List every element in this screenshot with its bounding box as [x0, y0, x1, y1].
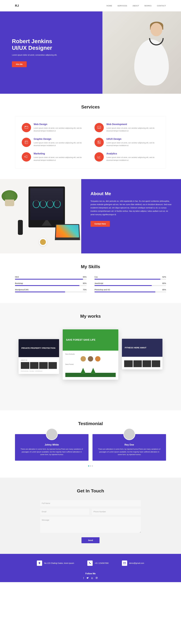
skill-name: Html [15, 276, 19, 278]
follow-title: Follow Me [15, 572, 166, 575]
svg-rect-7 [98, 141, 99, 142]
email-icon [122, 560, 127, 566]
skill-item: Photoshop and XD85% [94, 288, 166, 292]
service-item: Graphic Design Lorem ipsum dolor sit ame… [22, 138, 87, 147]
about-section: About Me Torquatos nec eu, detr periculi… [0, 179, 181, 254]
hero-title: Robert JenkinsUI/UX Designer [12, 38, 57, 52]
testimonial-section: Testimonial Johny White There are altera… [0, 410, 181, 478]
main-nav: HOME SERVICES ABOUT WORKS CONTACT [107, 4, 166, 7]
service-item: Web Development Lorem ipsum dolor sit am… [94, 123, 159, 132]
work-card-1[interactable]: PRIVATE PROPERTY PROTECTION ABOUT USPROF… [18, 339, 59, 374]
service-icon [22, 138, 31, 147]
skills-section: My Skills Html95% Css92% Bootstrap90% Ja… [0, 254, 181, 303]
about-title: About Me [90, 191, 172, 196]
service-name: Analytics [106, 152, 159, 155]
nav-home[interactable]: HOME [107, 5, 112, 7]
testimonial-card-2: Rey Doe There are alteration in some for… [92, 434, 166, 461]
service-icon [22, 123, 31, 132]
service-desc: Lorem ipsum dolor sit amet, con sectetur… [34, 156, 87, 162]
skill-name: Bootstrap [15, 282, 23, 284]
skills-title: My Skills [15, 264, 166, 269]
work-card-2[interactable]: SAVE FOREST SAVE LIFE Save Animals Save … [63, 329, 118, 380]
hero-image [102, 12, 181, 94]
message-input[interactable] [40, 517, 141, 533]
skill-name: Wordpress/CMS [15, 288, 28, 291]
svg-point-11 [96, 578, 97, 578]
skill-item: Html95% [15, 276, 87, 280]
service-icon [94, 152, 104, 162]
service-name: Web Development [106, 123, 159, 126]
service-desc: Lorem ipsum dolor sit amet, con sectetur… [106, 142, 159, 147]
hero-section: Robert JenkinsUI/UX Designer Lorem ipsum… [0, 12, 181, 94]
skill-item: JavaScript80% [94, 282, 166, 286]
skill-item: Wordpress/CMS70% [15, 288, 87, 292]
instagram-icon[interactable] [96, 577, 98, 580]
svg-point-2 [25, 126, 25, 127]
svg-rect-4 [97, 126, 101, 128]
avatar [46, 428, 58, 440]
service-desc: Lorem ipsum dolor sit amet, con sectetur… [34, 142, 87, 147]
skill-name: Css [94, 276, 98, 278]
skill-pct: 70% [83, 288, 87, 291]
services-title: Services [15, 104, 166, 110]
service-desc: Lorem ipsum dolor sit amet, con sectetur… [106, 156, 159, 162]
service-icon [94, 138, 104, 147]
nav-services[interactable]: SERVICES [118, 5, 127, 7]
skill-pct: 95% [83, 276, 87, 278]
twitter-icon[interactable] [87, 577, 89, 580]
works-section: My works PRIVATE PROPERTY PROTECTION ABO… [0, 303, 181, 410]
nav-about[interactable]: ABOUT [133, 5, 139, 7]
contact-section: Get In Touch Send [0, 478, 181, 554]
footer: No.123 Chalingt Gates, lorem ipusm +01 1… [0, 554, 181, 582]
name-input[interactable] [40, 500, 141, 506]
service-item: Marketing Lorem ipsum dolor sit amet, co… [22, 152, 87, 162]
works-title: My works [15, 314, 166, 319]
send-button[interactable]: Send [81, 537, 100, 543]
service-icon [22, 152, 31, 162]
svg-point-3 [25, 126, 26, 127]
skill-pct: 85% [162, 288, 166, 291]
skill-name: Photoshop and XD [94, 288, 110, 291]
service-name: UI/UX Design [106, 138, 159, 140]
footer-phone: +01 1234567890 [87, 560, 109, 566]
header: RJ HOME SERVICES ABOUT WORKS CONTACT [0, 0, 181, 12]
svg-rect-5 [25, 141, 28, 144]
service-desc: Lorem ipsum dolor sit amet, con sectetur… [34, 127, 87, 132]
facebook-icon[interactable]: f [83, 577, 84, 580]
linkedin-icon[interactable]: in [91, 577, 93, 580]
carousel-dots[interactable] [15, 465, 166, 467]
phone-input[interactable] [92, 508, 141, 515]
contact-now-button[interactable]: Contact Now [90, 221, 110, 227]
phone-icon [87, 560, 93, 566]
contact-form: Send [40, 500, 141, 543]
work-card-3[interactable]: FITNESS HERE AWAIT [122, 339, 163, 369]
logo[interactable]: RJ [15, 4, 19, 8]
hire-me-button[interactable]: Hire Me [12, 61, 27, 67]
nav-works[interactable]: WORKS [145, 5, 152, 7]
skill-pct: 92% [162, 276, 166, 278]
service-item: Web Design Lorem ipsum dolor sit amet, c… [22, 123, 87, 132]
service-desc: Lorem ipsum dolor sit amet, con sectetur… [106, 127, 159, 132]
services-section: Services Web Design Lorem ipsum dolor si… [0, 94, 181, 179]
service-name: Graphic Design [34, 138, 87, 140]
testimonial-text: There are alteration in some form, by in… [97, 448, 161, 456]
service-name: Web Design [34, 123, 87, 126]
testimonial-card-1: Johny White There are alteration in some… [15, 434, 89, 461]
footer-email: demo@gmail.com [122, 560, 144, 566]
testimonial-name: Rey Doe [97, 444, 161, 446]
nav-contact[interactable]: CONTACT [157, 5, 166, 7]
testimonial-text: There are alteration in some form, by in… [20, 448, 84, 456]
footer-address: No.123 Chalingt Gates, lorem ipusm [37, 560, 74, 566]
testimonial-title: Testimonial [15, 421, 166, 426]
skill-item: Css92% [94, 276, 166, 280]
email-input[interactable] [40, 508, 89, 515]
skill-pct: 80% [162, 282, 166, 284]
about-image [0, 179, 81, 254]
service-item: UI/UX Design Lorem ipsum dolor sit amet,… [94, 138, 159, 147]
location-icon [37, 560, 42, 566]
service-item: Analytics Lorem ipsum dolor sit amet, co… [94, 152, 159, 162]
hero-subtitle: Lorem ipsum dolor sit amet, consectetur … [12, 54, 57, 56]
skill-pct: 90% [83, 282, 87, 284]
service-icon [94, 123, 104, 132]
testimonial-name: Johny White [20, 444, 84, 446]
